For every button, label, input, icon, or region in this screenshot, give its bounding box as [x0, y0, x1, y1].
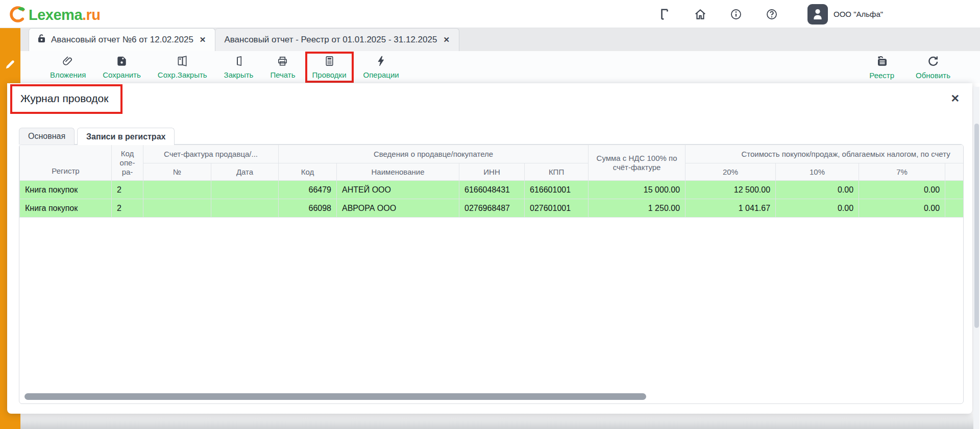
- table-row[interactable]: Книга покупок 2 66479 АНТЕЙ ООО 61660484…: [20, 181, 964, 199]
- help-icon[interactable]: [765, 7, 778, 21]
- annotation-redbox-title: Журнал проводок: [10, 84, 122, 114]
- toolbar-label: Проводки: [312, 70, 347, 79]
- toolbar-label: Операции: [363, 70, 399, 79]
- cell-op-code: 2: [112, 199, 143, 218]
- col-header-op-code: Код опе- ра-: [112, 145, 143, 181]
- tab-osnovnaya[interactable]: Основная: [19, 128, 75, 145]
- toolbar-right: Реестр Обновить: [862, 51, 965, 83]
- cell-name: АВРОРА ООО: [337, 199, 459, 218]
- group-header-invoice: Счет-фактура продавца/...: [143, 145, 279, 163]
- refresh-icon: [927, 55, 939, 69]
- col-header-7: 7%: [859, 163, 945, 181]
- refresh-button[interactable]: Обновить: [909, 52, 958, 83]
- col-header-extra: [945, 163, 964, 181]
- cell-sum-vat: 1 250.00: [589, 199, 685, 218]
- toolbar-label: Обновить: [916, 71, 950, 80]
- col-header-register: Регистр: [20, 145, 112, 181]
- paperclip-icon: [62, 55, 74, 69]
- header-actions: ООО "Альфа": [657, 0, 883, 28]
- attachments-button[interactable]: Вложения: [43, 52, 93, 83]
- lightning-icon: [375, 55, 387, 69]
- cell-kpp: 616601001: [525, 181, 589, 199]
- info-icon[interactable]: [729, 7, 743, 21]
- save-close-button[interactable]: Сохр.Закрыть: [151, 52, 214, 83]
- table-row[interactable]: Книга покупок 2 66098 АВРОРА ООО 0276968…: [20, 199, 964, 218]
- cell-date: [211, 181, 279, 199]
- page-vertical-scrollbar[interactable]: [973, 87, 979, 429]
- cell-inn: 0276968487: [459, 199, 525, 218]
- tab-close-icon[interactable]: ✕: [199, 35, 207, 44]
- cell-code: 66098: [279, 199, 337, 218]
- exit-icon[interactable]: [657, 7, 671, 21]
- registers-table: Регистр Код опе- ра- Счет-фактура продав…: [19, 145, 964, 218]
- modal-tab-label: Записи в регистрах: [86, 132, 165, 141]
- modal-tabs: Основная Записи в регистрах: [19, 128, 175, 145]
- cell-sum-vat: 15 000.00: [589, 181, 685, 199]
- user-avatar[interactable]: [807, 4, 828, 25]
- document-tabstrip: Авансовый отчет №6 от 12.02.2025 ✕ Аванс…: [20, 28, 980, 51]
- registry-icon: [876, 55, 888, 69]
- doc-tab-avansovy-otchet[interactable]: Авансовый отчет №6 от 12.02.2025 ✕: [29, 28, 215, 51]
- toolbar-label: Сохранить: [103, 70, 141, 79]
- col-header-number: №: [143, 163, 211, 181]
- tab-close-icon[interactable]: ✕: [443, 35, 450, 44]
- cell-register: Книга покупок: [20, 199, 112, 218]
- horizontal-scrollbar[interactable]: [24, 393, 646, 400]
- col-header-10: 10%: [776, 163, 859, 181]
- toolbar-label: Сохр.Закрыть: [158, 70, 207, 79]
- group-header-taxed: Стоимость покупок/продаж, облагаемых нал…: [685, 145, 964, 163]
- save-close-icon: [177, 55, 188, 69]
- edit-pencil-icon[interactable]: [5, 59, 16, 70]
- cell-op-code: 2: [112, 181, 143, 199]
- cell-code: 66479: [279, 181, 337, 199]
- cell-7: 0.00: [859, 199, 945, 218]
- cell-7: 0.00: [859, 181, 945, 199]
- logo-text: Lexema.ru: [29, 7, 101, 23]
- col-header-code: Код: [279, 163, 337, 181]
- printer-icon: [277, 55, 288, 69]
- logo: Lexema.ru: [8, 4, 101, 26]
- col-header-inn: ИНН: [459, 163, 525, 181]
- cell-inn: 6166048431: [459, 181, 525, 199]
- logo-mark-icon: [8, 4, 28, 26]
- cell-extra: [945, 199, 964, 218]
- col-header-kpp: КПП: [525, 163, 589, 181]
- operations-button[interactable]: Операции: [356, 52, 406, 83]
- col-header-sum-vat: Сумма с НДС 100% по счёт-фактуре: [589, 145, 685, 181]
- print-button[interactable]: Печать: [263, 52, 302, 83]
- tab-zapisi-v-registrah[interactable]: Записи в регистрах: [77, 128, 175, 145]
- cell-register: Книга покупок: [20, 181, 112, 199]
- close-button[interactable]: Закрыть: [217, 52, 261, 83]
- toolbar: Вложения Сохранить Сохр.Закрыть Зак: [20, 51, 980, 83]
- doc-tab-reestr[interactable]: Авансовый отчет - Реестр от 01.01.2025 -…: [215, 28, 459, 51]
- group-header-party: Сведения о продавце/покупателе: [279, 145, 589, 163]
- col-header-20: 20%: [685, 163, 776, 181]
- cell-20: 12 500.00: [685, 181, 776, 199]
- page-footer: [20, 414, 973, 429]
- scrollbar-thumb[interactable]: [974, 124, 979, 328]
- toolbar-label: Реестр: [869, 71, 894, 80]
- doc-tab-label: Авансовый отчет - Реестр от 01.01.2025 -…: [224, 35, 437, 45]
- company-name: ООО "Альфа": [834, 10, 883, 18]
- registers-table-panel: Регистр Код опе- ра- Счет-фактура продав…: [19, 144, 964, 404]
- cell-10: 0.00: [776, 199, 859, 218]
- toolbar-label: Вложения: [50, 70, 86, 79]
- modal-close-icon[interactable]: ✕: [950, 93, 960, 104]
- calculator-icon: [324, 55, 335, 69]
- cell-10: 0.00: [776, 181, 859, 199]
- lock-icon: [38, 34, 45, 45]
- cell-20: 1 041.67: [685, 199, 776, 218]
- postings-button[interactable]: Проводки: [305, 52, 354, 83]
- save-button[interactable]: Сохранить: [95, 52, 148, 83]
- cell-extra: [945, 181, 964, 199]
- cell-name: АНТЕЙ ООО: [337, 181, 459, 199]
- home-icon[interactable]: [693, 7, 707, 21]
- registry-button[interactable]: Реестр: [862, 52, 901, 83]
- toolbar-label: Закрыть: [224, 70, 254, 79]
- doc-tab-label: Авансовый отчет №6 от 12.02.2025: [51, 35, 193, 45]
- save-icon: [116, 55, 128, 69]
- cell-number: [143, 181, 211, 199]
- modal-tab-label: Основная: [28, 132, 65, 141]
- col-header-date: Дата: [211, 163, 279, 181]
- modal-title: Журнал проводок: [20, 92, 108, 104]
